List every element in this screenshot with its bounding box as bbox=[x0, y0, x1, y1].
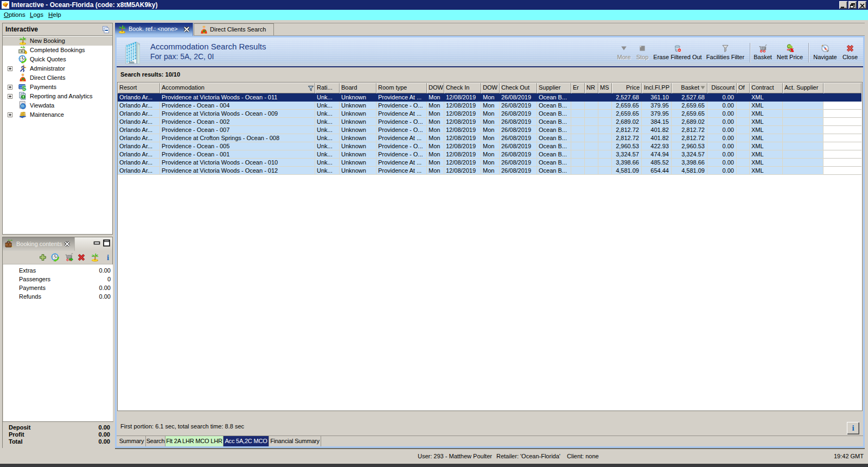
table-row[interactable]: Orlando Ar...Providence - Ocean - 007Unk… bbox=[118, 126, 862, 134]
cell: 3,324.57 bbox=[672, 150, 707, 159]
add-button[interactable] bbox=[39, 253, 47, 262]
sidebar-item-quick-quotes[interactable]: Quick Quotes bbox=[3, 55, 112, 64]
table-row[interactable]: Orlando Ar...Providence - Ocean - 002Unk… bbox=[118, 118, 862, 126]
expand-plus-icon[interactable] bbox=[8, 66, 12, 71]
sidebar-item-direct-clients[interactable]: Direct Clients bbox=[3, 73, 112, 83]
sidebar-item-viewdata[interactable]: Viewdata bbox=[3, 101, 112, 110]
sidebar-item-payments[interactable]: $Payments bbox=[3, 83, 112, 92]
cell: 12/08/2019 bbox=[444, 167, 481, 175]
column-header-resort[interactable]: Resort bbox=[118, 83, 160, 93]
cell: Unknown bbox=[340, 118, 376, 126]
table-row[interactable]: Orlando Ar...Providence at Victoria Wood… bbox=[118, 110, 862, 118]
bottom-tab-financial-summary[interactable]: Financial Summary bbox=[269, 436, 321, 446]
column-header-room-type[interactable]: Room type bbox=[376, 83, 427, 93]
info-button[interactable]: i bbox=[847, 422, 859, 434]
column-header-supplier[interactable]: Supplier bbox=[537, 83, 571, 93]
column-header-blank[interactable] bbox=[824, 83, 861, 93]
cell bbox=[737, 118, 750, 126]
column-header-of[interactable]: Of bbox=[737, 83, 750, 93]
cell: Mon bbox=[481, 126, 500, 134]
column-header-accommodation[interactable]: Accommodation bbox=[160, 83, 315, 93]
booking-row-value: 0.00 bbox=[99, 283, 111, 292]
table-row[interactable]: Orlando Ar...Providence at Victoria Wood… bbox=[118, 93, 862, 102]
sidebar-item-completed-bookings[interactable]: Completed Bookings bbox=[3, 46, 112, 55]
column-header-er[interactable]: Er bbox=[571, 83, 585, 93]
window-minimize-button[interactable] bbox=[839, 1, 847, 9]
expand-plus-icon[interactable] bbox=[8, 112, 12, 117]
window-close-button[interactable] bbox=[858, 1, 866, 9]
search-results-bar: Search results: 10/10 bbox=[117, 68, 863, 82]
column-header-check-in[interactable]: Check In bbox=[444, 83, 481, 93]
column-header-act-supplier[interactable]: Act. Supplier bbox=[783, 83, 824, 93]
menu-logs[interactable]: Logs bbox=[30, 10, 43, 20]
bottom-tab-summary[interactable]: Summary bbox=[118, 436, 146, 446]
payments-icon: $ bbox=[18, 83, 27, 91]
add-icon bbox=[39, 253, 47, 262]
column-header-dow[interactable]: DOW bbox=[427, 83, 444, 93]
sidebar-item-maintenance[interactable]: Maintenance bbox=[3, 110, 112, 119]
sidebar-item-reporting-and-analytics[interactable]: Reporting and Analytics bbox=[3, 92, 112, 101]
quick-quote-button[interactable] bbox=[51, 253, 60, 262]
delete-button[interactable] bbox=[77, 253, 86, 262]
menu-options[interactable]: Options bbox=[4, 10, 25, 20]
table-row[interactable]: Orlando Ar...Providence at Crofton Sprin… bbox=[118, 134, 862, 142]
table-row[interactable]: Orlando Ar...Providence - Ocean - 004Unk… bbox=[118, 102, 862, 110]
sidebar-item-label: Maintenance bbox=[30, 110, 64, 119]
tab-close-icon[interactable] bbox=[183, 26, 190, 33]
table-row[interactable]: Orlando Ar...Providence at Victoria Wood… bbox=[118, 167, 862, 175]
sidebar-item-administrator[interactable]: Administrator bbox=[3, 64, 112, 73]
sidebar-item-new-booking[interactable]: New Booking bbox=[3, 36, 112, 46]
new-booking-button[interactable] bbox=[91, 253, 99, 262]
cell bbox=[571, 118, 585, 126]
cell: Mon bbox=[481, 142, 500, 150]
booking-row-label: Refunds bbox=[19, 292, 41, 301]
cell: Unk... bbox=[315, 102, 340, 110]
menu-help[interactable]: Help bbox=[48, 10, 61, 20]
bottom-tab-acc-5a-2c-mco[interactable]: Acc 5A,2C MCO bbox=[224, 436, 269, 446]
column-header-price[interactable]: Price bbox=[612, 83, 642, 93]
expand-plus-icon[interactable] bbox=[8, 94, 12, 99]
booking-contents-close-icon[interactable] bbox=[63, 240, 71, 248]
cell: 654.44 bbox=[642, 167, 672, 175]
cell bbox=[783, 167, 824, 175]
cell: Unknown bbox=[340, 150, 376, 159]
expand-plus-icon[interactable] bbox=[8, 85, 12, 90]
bottom-tab-flt-2a-lhr-mco-lhr[interactable]: Flt 2A LHR MCO LHR bbox=[165, 436, 224, 446]
column-header-dow[interactable]: DOW bbox=[481, 83, 500, 93]
column-header-discount[interactable]: Discount bbox=[707, 83, 737, 93]
interactive-panel-title: Interactive bbox=[5, 23, 38, 35]
column-header-check-out[interactable]: Check Out bbox=[500, 83, 537, 93]
panel-maximize-icon[interactable] bbox=[103, 239, 111, 248]
document-tab-book-ref-none[interactable]: Book. ref.: <none> bbox=[115, 23, 193, 36]
column-header-contract[interactable]: Contract bbox=[750, 83, 783, 93]
move-to-basket-button[interactable] bbox=[65, 253, 73, 262]
tab-label: Direct Clients Search bbox=[210, 24, 266, 35]
column-header-ms[interactable]: MS bbox=[598, 83, 612, 93]
table-row[interactable]: Orlando Ar...Providence at Victoria Wood… bbox=[118, 159, 862, 167]
summary-row-value: 0.00 bbox=[99, 424, 110, 431]
table-row[interactable]: Orlando Ar...Providence - Ocean - 001Unk… bbox=[118, 150, 862, 159]
panel-minimize-icon[interactable] bbox=[93, 240, 100, 248]
results-title: Accommodation Search Results bbox=[150, 42, 266, 51]
column-header-incl-fl-pp[interactable]: Incl.Fl.PP bbox=[642, 83, 672, 93]
document-tab-direct-clients-search[interactable]: Direct Clients Search bbox=[194, 23, 274, 35]
filter-funnel-icon[interactable] bbox=[308, 85, 314, 91]
column-header-rati[interactable]: Rati... bbox=[315, 83, 340, 93]
bottom-tab-search[interactable]: Search bbox=[146, 436, 165, 446]
cell: Unk... bbox=[315, 142, 340, 150]
table-row[interactable]: Orlando Ar...Providence - Ocean - 005Unk… bbox=[118, 142, 862, 150]
cell: 26/08/2019 bbox=[500, 102, 537, 110]
cell bbox=[783, 150, 824, 159]
accommodation-search-results-view: Accommodation Search Results For pax: 5A… bbox=[115, 36, 865, 448]
booking-contents-tab[interactable]: Booking contents bbox=[3, 237, 74, 251]
column-header-board[interactable]: Board bbox=[340, 83, 376, 93]
close-button[interactable]: Close bbox=[818, 44, 868, 60]
column-header-basket[interactable]: Basket bbox=[672, 83, 707, 93]
collapse-panel-icon[interactable] bbox=[101, 26, 110, 34]
column-header-nr[interactable]: NR bbox=[585, 83, 598, 93]
cell: Mon bbox=[481, 110, 500, 118]
information-button[interactable]: i bbox=[104, 253, 112, 262]
taskbar-edge bbox=[0, 464, 868, 467]
cell bbox=[824, 134, 861, 142]
window-restore-button[interactable] bbox=[848, 1, 857, 9]
